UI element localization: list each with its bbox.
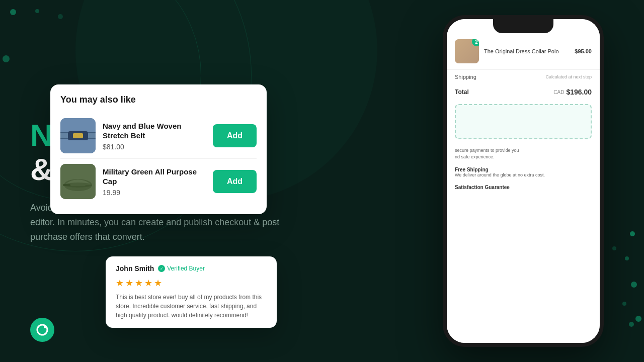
svg-rect-10 [70,183,86,186]
logo [30,318,54,342]
star-3: ★ [135,278,143,289]
upsell-info-belt: Navy and Blue Woven Stretch Belt $81.00 [103,121,206,151]
star-2: ★ [125,278,133,289]
star-1: ★ [116,278,124,289]
upsell-price-belt: $81.00 [103,143,206,151]
review-text: This is best store ever! buy all of my p… [116,293,267,320]
star-5: ★ [154,278,162,289]
add-belt-button[interactable]: Add [213,124,257,147]
phone-screen: 2 The Original Dress Collar Polo $95.00 … [447,19,600,343]
shipping-value: Calculated at next step [545,74,592,79]
free-shipping-desc: We deliver around the globe at no extra … [455,172,592,178]
secure-text2: nd safe experience. [455,154,495,159]
upsell-img-cap [60,164,96,199]
phone-shipping-row: Shipping Calculated at next step [447,70,600,84]
phone-cart-img: 2 [455,39,479,63]
verified-badge: ✓ Verified Buyer [158,265,205,272]
phone-cart-item: 2 The Original Dress Collar Polo $95.00 [447,33,600,70]
phone-dashed-box [455,104,592,139]
total-amount: CAD $196.00 [553,88,592,96]
review-header: John Smith ✓ Verified Buyer [116,264,267,273]
phone-secure-section: secure payments to provide you nd safe e… [447,143,600,164]
phone-total-row: Total CAD $196.00 [447,84,600,100]
upsell-info-cap: Military Green All Purpose Cap 19.99 [103,167,206,197]
star-rating: ★ ★ ★ ★ ★ [116,278,267,289]
upsell-name-belt: Navy and Blue Woven Stretch Belt [103,121,206,141]
svg-rect-6 [73,133,83,138]
verified-label: Verified Buyer [167,265,205,272]
phone-notch [493,19,553,33]
guarantee-title: Satisfaction Guarantee [455,185,592,190]
upsell-img-belt [60,118,96,153]
upsell-popup: You may also like Navy and Blue Woven St… [50,84,267,214]
free-shipping-title: Free Shipping [455,167,592,172]
phone-mockup: 2 The Original Dress Collar Polo $95.00 … [443,15,604,347]
cap-svg [60,164,96,199]
guarantee-row: Satisfaction Guarantee [447,182,600,193]
svg-point-1 [44,325,47,328]
review-card: John Smith ✓ Verified Buyer ★ ★ ★ ★ ★ Th… [106,256,277,328]
add-cap-button[interactable]: Add [213,170,257,193]
phone-cart-price: $95.00 [575,48,592,54]
shipping-label: Shipping [455,74,476,80]
verified-icon: ✓ [158,265,165,272]
upsell-item-cap: Military Green All Purpose Cap 19.99 Add [60,159,257,204]
belt-svg [60,118,96,153]
phone-cart-info: The Original Dress Collar Polo [484,48,575,54]
reviewer-name: John Smith [116,264,154,273]
upsell-title: You may also like [60,95,257,105]
upsell-item-belt: Navy and Blue Woven Stretch Belt $81.00 … [60,113,257,159]
free-shipping-row: Free Shipping We deliver around the glob… [447,164,600,182]
secure-text: secure payments to provide you [455,148,519,153]
svg-rect-11 [63,184,70,186]
upsell-price-cap: 19.99 [103,189,206,197]
logo-icon [30,318,54,342]
total-currency: CAD [553,89,564,95]
total-label: Total [455,88,469,96]
star-4: ★ [144,278,152,289]
total-price: $196.00 [566,88,592,96]
upsell-name-cap: Military Green All Purpose Cap [103,167,206,187]
